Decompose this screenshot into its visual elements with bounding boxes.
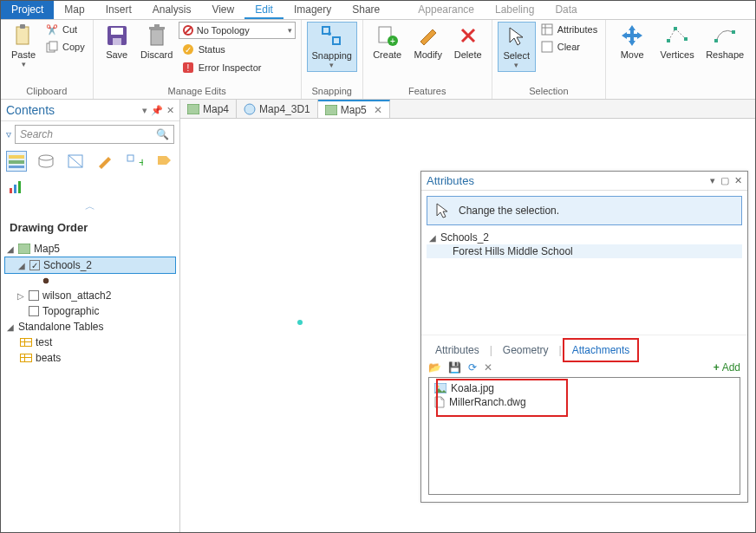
save-edits-button[interactable]: Save bbox=[99, 22, 135, 62]
standalone-tables-label: Standalone Tables bbox=[18, 321, 104, 333]
clear-button[interactable]: Clear bbox=[538, 39, 600, 55]
delete-label: Delete bbox=[454, 49, 482, 60]
attr-feature-row[interactable]: Forest Hills Middle School bbox=[427, 244, 742, 258]
reshape-button[interactable]: Reshape bbox=[701, 22, 748, 62]
list-by-labeling-icon[interactable] bbox=[153, 151, 174, 172]
delete-attachment-icon[interactable]: ✕ bbox=[484, 361, 492, 374]
list-by-editing-icon[interactable] bbox=[94, 151, 115, 172]
paste-button[interactable]: Paste ▾ bbox=[6, 22, 41, 70]
close-icon[interactable]: ✕ bbox=[734, 175, 742, 186]
snapping-button[interactable]: Snapping ▾ bbox=[307, 22, 357, 72]
change-selection-banner[interactable]: Change the selection. bbox=[427, 196, 742, 225]
svg-text:+: + bbox=[390, 36, 395, 46]
menu-insert[interactable]: Insert bbox=[95, 1, 142, 19]
ribbon: Paste ▾ ✂️Cut Copy Clipboard Save Discar… bbox=[1, 20, 755, 100]
svg-text:+: + bbox=[139, 155, 143, 169]
list-by-chart-icon[interactable] bbox=[6, 177, 27, 198]
wilson-checkbox[interactable] bbox=[29, 290, 39, 301]
attr-layer-row[interactable]: ◢ Schools_2 bbox=[427, 231, 742, 244]
tab-attachments[interactable]: Attachments bbox=[565, 341, 637, 360]
select-icon bbox=[505, 24, 529, 49]
svg-rect-32 bbox=[732, 30, 735, 34]
expand-icon[interactable]: ◢ bbox=[6, 322, 15, 332]
standalone-tables-node[interactable]: ◢ Standalone Tables bbox=[4, 319, 176, 335]
svg-rect-34 bbox=[9, 160, 24, 164]
layer-schools[interactable]: ◢ ✓ Schools_2 bbox=[4, 257, 176, 274]
tab-map5[interactable]: Map5 ✕ bbox=[318, 100, 390, 118]
discard-edits-button[interactable]: Discard bbox=[137, 22, 177, 62]
select-label: Select bbox=[503, 50, 530, 61]
menu-edit[interactable]: Edit bbox=[244, 1, 284, 19]
maximize-icon[interactable]: ▢ bbox=[720, 175, 729, 186]
copy-button[interactable]: Copy bbox=[42, 39, 88, 55]
svg-point-18 bbox=[328, 32, 331, 36]
vertices-button[interactable]: Vertices bbox=[655, 22, 700, 62]
delete-button[interactable]: Delete bbox=[450, 22, 486, 62]
layer-topographic[interactable]: ▷ Topographic bbox=[4, 303, 176, 319]
collapse-icon[interactable]: ︿ bbox=[1, 198, 179, 216]
expand-icon[interactable]: ◢ bbox=[17, 261, 26, 270]
list-by-source-icon[interactable] bbox=[36, 151, 56, 172]
menu-share[interactable]: Share bbox=[342, 1, 390, 19]
topographic-label: Topographic bbox=[42, 305, 99, 317]
globe-icon bbox=[244, 103, 256, 115]
menu-analysis[interactable]: Analysis bbox=[142, 1, 202, 19]
layer-tree: ◢ Map5 ◢ ✓ Schools_2 ▷ wilson_attach2 ▷ … bbox=[1, 241, 179, 366]
attachments-list: Koala.jpg MillerRanch.dwg bbox=[434, 381, 734, 409]
svg-rect-33 bbox=[9, 155, 24, 159]
map2d-icon bbox=[187, 104, 199, 114]
error-inspector-button[interactable]: !Error Inspector bbox=[179, 60, 296, 75]
filter-icon[interactable]: ▿ bbox=[6, 128, 11, 140]
menu-map[interactable]: Map bbox=[54, 1, 94, 19]
map-canvas[interactable]: Attributes ▾ ▢ ✕ Change the selection. ◢… bbox=[180, 119, 755, 532]
modify-button[interactable]: Modify bbox=[408, 22, 448, 62]
list-by-selection-icon[interactable] bbox=[65, 151, 86, 172]
add-attachment-button[interactable]: + Add bbox=[714, 361, 740, 374]
save-attachment-icon[interactable]: 💾 bbox=[448, 361, 461, 374]
refresh-icon[interactable]: ⟳ bbox=[468, 361, 477, 374]
status-button[interactable]: ✓Status bbox=[179, 42, 296, 57]
menu-project[interactable]: Project bbox=[1, 1, 54, 19]
close-tab-icon[interactable]: ✕ bbox=[374, 104, 382, 116]
topographic-checkbox[interactable] bbox=[29, 306, 39, 316]
open-folder-icon[interactable]: 📂 bbox=[428, 361, 441, 374]
create-button[interactable]: + Create bbox=[368, 22, 407, 62]
highlight-box bbox=[436, 379, 568, 417]
tab-separator: | bbox=[490, 344, 492, 356]
attributes-pane-title: Attributes bbox=[427, 174, 474, 187]
layer-wilson[interactable]: ▷ wilson_attach2 bbox=[4, 288, 176, 303]
options-dropdown-icon[interactable]: ▾ bbox=[142, 105, 147, 116]
search-input[interactable]: Search 🔍 bbox=[15, 125, 174, 144]
svg-line-11 bbox=[185, 27, 192, 34]
schools-checkbox[interactable]: ✓ bbox=[29, 260, 40, 270]
attributes-button[interactable]: Attributes bbox=[538, 22, 600, 37]
tab-map4[interactable]: Map4 bbox=[180, 100, 237, 118]
table-beats[interactable]: beats bbox=[4, 350, 176, 366]
table-test[interactable]: test bbox=[4, 335, 176, 350]
selected-feature-dot bbox=[297, 320, 303, 325]
select-button[interactable]: Select ▾ bbox=[498, 22, 536, 72]
tab-attributes[interactable]: Attributes bbox=[428, 341, 486, 360]
menu-view[interactable]: View bbox=[201, 1, 244, 19]
expand-icon[interactable]: ◢ bbox=[6, 244, 15, 254]
tab-geometry[interactable]: Geometry bbox=[496, 341, 556, 360]
cut-button[interactable]: ✂️Cut bbox=[42, 22, 88, 37]
expand-icon[interactable]: ▷ bbox=[16, 291, 25, 301]
options-dropdown-icon[interactable]: ▾ bbox=[710, 175, 715, 186]
topology-select[interactable]: No Topology ▾ bbox=[179, 22, 296, 39]
menu-appearance[interactable]: Appearance bbox=[407, 1, 485, 19]
tab-map4-3d1[interactable]: Map4_3D1 bbox=[237, 100, 318, 118]
menu-data[interactable]: Data bbox=[544, 1, 587, 19]
move-button[interactable]: Move bbox=[611, 22, 653, 62]
select-dropdown-icon: ▾ bbox=[514, 61, 518, 69]
map-node[interactable]: ◢ Map5 bbox=[4, 241, 176, 257]
list-by-drawing-order-icon[interactable] bbox=[6, 151, 27, 172]
pin-icon[interactable]: 📌 bbox=[151, 105, 163, 116]
expand-icon[interactable]: ◢ bbox=[428, 233, 437, 243]
menu-labeling[interactable]: Labeling bbox=[485, 1, 544, 19]
modify-label: Modify bbox=[414, 49, 441, 60]
list-by-snapping-icon[interactable]: + bbox=[124, 151, 145, 172]
svg-rect-35 bbox=[9, 166, 24, 168]
close-pane-icon[interactable]: ✕ bbox=[166, 105, 174, 116]
menu-imagery[interactable]: Imagery bbox=[284, 1, 342, 19]
